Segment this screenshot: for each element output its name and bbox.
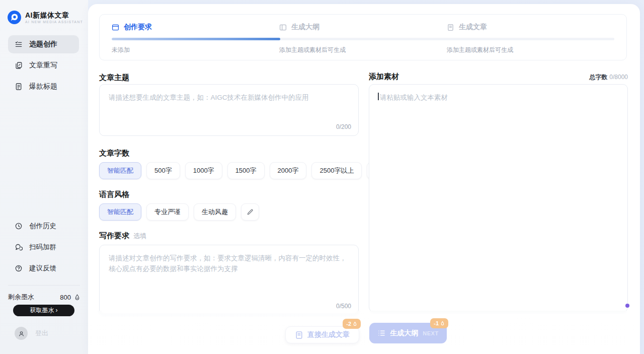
question-circle-icon — [15, 264, 23, 272]
word-count-heading: 文章字数 — [99, 149, 129, 158]
word-count-option-2000[interactable]: 2000字 — [270, 162, 307, 179]
step-generate-article[interactable]: 生成文章 — [447, 23, 614, 32]
style-option-professional[interactable]: 专业严谨 — [146, 203, 189, 221]
app-title: AI新媒体文章 — [25, 12, 83, 19]
ink-cost-badge: -2 — [343, 319, 361, 329]
get-ink-button[interactable]: 获取墨水 › — [13, 305, 74, 316]
topic-heading: 文章主题 — [99, 73, 129, 83]
pencil-icon — [247, 208, 254, 216]
account-row[interactable]: 登出 — [15, 327, 48, 340]
ink-drop-icon — [73, 294, 81, 301]
step-status: 添加主题或素材后可生成 — [447, 46, 614, 54]
optional-label: 选填 — [133, 232, 146, 240]
language-style-options: 智能匹配 专业严谨 生动风趣 — [99, 203, 259, 221]
chat-group-icon — [15, 243, 23, 251]
step-label: 创作要求 — [124, 23, 152, 32]
sidebar-divider — [8, 285, 80, 286]
step-status: 未添加 — [112, 46, 279, 54]
ink-balance-row: 剩余墨水 800 — [8, 293, 81, 302]
nav-label: 爆款标题 — [29, 82, 57, 91]
word-count-options: 智能匹配 500字 1000字 1500字 2000字 2500字以上 — [99, 162, 385, 179]
nav-label: 创作历史 — [29, 222, 56, 231]
ink-balance-value: 800 — [60, 294, 71, 301]
file-icon — [295, 331, 303, 339]
word-count-option-1500[interactable]: 1500字 — [227, 162, 265, 179]
step-creation-requirements[interactable]: 创作要求 — [112, 23, 279, 32]
steps-progress-fill — [112, 38, 280, 40]
brand-icon — [8, 11, 21, 24]
ink-cost-value: -2 — [346, 321, 351, 327]
steps-card: 创作要求 生成大纲 生成文章 — [99, 14, 627, 60]
footer-bar — [88, 311, 640, 354]
step-label: 生成大纲 — [291, 23, 319, 32]
list-check-icon — [15, 40, 23, 48]
nav-label: 扫码加群 — [29, 243, 56, 252]
steps-progress-track — [112, 38, 614, 40]
material-counter: 0/8000 — [609, 74, 628, 81]
ink-cost-value: -1 — [434, 320, 439, 326]
style-custom-edit-button[interactable] — [241, 203, 259, 221]
material-input[interactable] — [369, 85, 627, 312]
ink-cost-badge: -1 — [430, 318, 448, 328]
form-window-icon — [112, 24, 119, 31]
requirements-input[interactable] — [100, 245, 358, 315]
primary-nav: 选题创作 文章重写 爆款标题 — [8, 35, 79, 96]
topic-input[interactable] — [100, 85, 358, 135]
avatar[interactable] — [15, 327, 28, 340]
nav-item-article-rewrite[interactable]: 文章重写 — [8, 56, 79, 75]
direct-generate-label: 直接生成文章 — [307, 330, 350, 339]
logout-button[interactable]: 登出 — [35, 329, 48, 338]
requirements-heading-text: 写作要求 — [99, 231, 129, 240]
word-count-option-smart[interactable]: 智能匹配 — [99, 162, 141, 179]
nav-item-creation-history[interactable]: 创作历史 — [8, 216, 79, 237]
floating-widget-dot — [625, 304, 629, 308]
ink-balance-label: 剩余墨水 — [8, 293, 34, 302]
material-heading: 添加素材 — [369, 72, 399, 82]
ink-drop-icon — [440, 321, 445, 326]
word-count-option-2500plus[interactable]: 2500字以上 — [311, 162, 362, 179]
generate-outline-button[interactable]: 生成大纲 NEXT -1 — [369, 323, 447, 343]
language-style-heading: 语言风格 — [99, 190, 129, 199]
next-label: NEXT — [423, 330, 438, 336]
material-input-card — [369, 84, 628, 312]
step-label: 生成文章 — [459, 23, 487, 32]
sidebar: AI新媒体文章 AI NEW MEDIA ASSISTANT 选题创作 文章重写 — [0, 0, 88, 354]
generate-outline-label: 生成大纲 — [390, 329, 418, 338]
requirements-heading: 写作要求选填 — [99, 231, 146, 241]
nav-item-hot-titles[interactable]: 爆款标题 — [8, 78, 79, 96]
style-option-smart[interactable]: 智能匹配 — [99, 203, 141, 221]
nav-label: 选题创作 — [29, 40, 57, 49]
nav-item-topic-creation[interactable]: 选题创作 — [8, 35, 79, 53]
direct-generate-article-button[interactable]: 直接生成文章 -2 — [285, 326, 359, 343]
layout-sidebar-icon — [279, 24, 287, 31]
nav-label: 建议反馈 — [29, 264, 56, 273]
app-tagline: AI NEW MEDIA ASSISTANT — [25, 20, 83, 24]
rewrite-icon — [15, 61, 23, 69]
topic-input-card: 0/200 — [99, 84, 359, 136]
word-count-option-1000[interactable]: 1000字 — [185, 162, 222, 179]
secondary-nav: 创作历史 扫码加群 建议反馈 — [8, 216, 79, 279]
get-ink-label: 获取墨水 — [30, 306, 54, 315]
material-header: 添加素材 总字数 0/8000 — [369, 72, 628, 82]
file-icon — [447, 24, 454, 31]
step-status: 添加主题或素材后可生成 — [279, 46, 447, 54]
main-panel: 创作要求 生成大纲 生成文章 — [88, 4, 640, 354]
nav-item-feedback[interactable]: 建议反馈 — [8, 258, 79, 279]
app-logo: AI新媒体文章 AI NEW MEDIA ASSISTANT — [8, 11, 83, 24]
nav-label: 文章重写 — [29, 61, 57, 70]
nav-item-scan-join-group[interactable]: 扫码加群 — [8, 237, 79, 258]
document-icon — [15, 83, 23, 91]
material-total-label: 总字数 — [589, 73, 607, 82]
clock-icon — [15, 222, 23, 230]
style-option-lively[interactable]: 生动风趣 — [194, 203, 236, 221]
word-count-option-500[interactable]: 500字 — [146, 162, 180, 179]
ink-drop-icon — [353, 321, 357, 327]
step-generate-outline[interactable]: 生成大纲 — [279, 23, 447, 32]
requirements-input-card: 0/500 — [99, 245, 359, 315]
chevron-right-icon: › — [56, 307, 58, 313]
list-icon — [377, 329, 386, 337]
